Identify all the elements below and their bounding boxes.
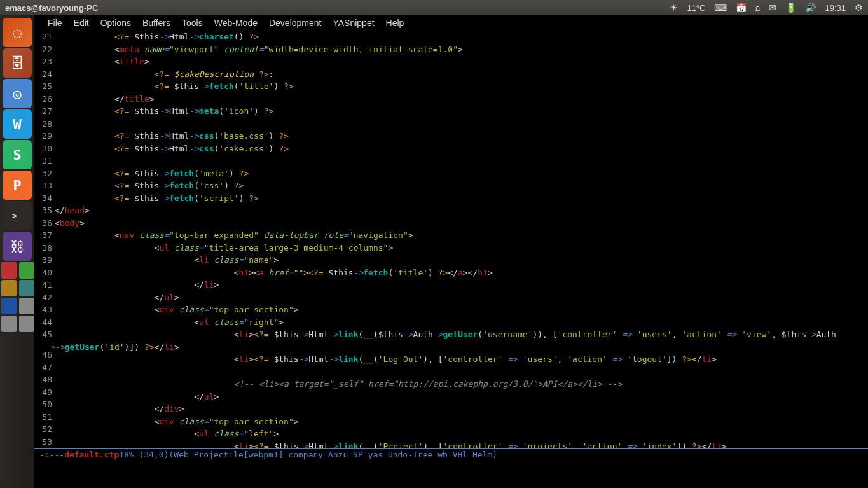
minibuffer[interactable]	[34, 460, 868, 488]
line-number: 41	[34, 279, 52, 291]
code-line[interactable]: <div class="top-bar-section">	[55, 415, 868, 428]
code-line[interactable]: <ul class="left">	[55, 428, 868, 440]
window-titlebar: emacs@favoryoung-PC ☀ 11°C ⌨ 📅 ⩍ ✉ 🔋 🔊 1…	[0, 0, 868, 15]
code-line[interactable]: </title>	[55, 93, 868, 106]
line-number: 48	[34, 373, 52, 386]
code-line[interactable]: <?= $this->fetch('meta') ?>	[55, 167, 868, 180]
line-number: 42	[34, 291, 52, 304]
line-number: 45	[34, 328, 52, 341]
code-text[interactable]: <?= $this->Html->charset() ?> <meta name…	[55, 31, 868, 448]
gear-icon[interactable]: ⚙	[855, 3, 863, 13]
code-line[interactable]: <?= $this->Html->charset() ?>	[55, 31, 868, 43]
line-number: 22	[34, 43, 52, 56]
keyboard-icon[interactable]: ⌨	[714, 3, 727, 13]
line-number: 36	[34, 217, 52, 230]
launcher-terminal[interactable]: >_	[3, 201, 32, 230]
code-line[interactable]: ↪->getUser('id')]) ?></li>	[55, 341, 868, 354]
menu-file[interactable]: File	[42, 18, 68, 28]
code-line[interactable]: </div>	[55, 403, 868, 415]
menu-web-mode[interactable]: Web-Mode	[209, 18, 263, 28]
weather-temp[interactable]: 11°C	[687, 3, 705, 13]
window-title: emacs@favoryoung-PC	[5, 3, 98, 13]
code-line[interactable]: <!-- <li><a target="_self" href="http://…	[55, 378, 868, 391]
code-line[interactable]: <meta name="viewport" content="width=dev…	[55, 43, 868, 56]
code-line[interactable]: <li><?= $this->Html->link(__($this->Auth…	[55, 328, 868, 341]
launcher-wps-p[interactable]: P	[3, 171, 32, 200]
launcher-small-1[interactable]	[1, 262, 17, 279]
volume-icon[interactable]: 🔊	[805, 3, 816, 13]
menu-edit[interactable]: Edit	[68, 18, 95, 28]
menu-yasnippet[interactable]: YASnippet	[327, 18, 380, 28]
code-line[interactable]: <li class="name">	[55, 254, 868, 267]
code-line[interactable]: <ul class="title-area large-3 medium-4 c…	[55, 242, 868, 254]
code-line[interactable]: <?= $this->Html->meta('icon') ?>	[55, 105, 868, 118]
line-number: 35	[34, 204, 52, 217]
modeline-modes: (Web Projectile[webpm1] company Anzu SP …	[169, 450, 498, 459]
line-number: 38	[34, 242, 52, 254]
code-line[interactable]: </ul>	[55, 391, 868, 403]
launcher-small-3[interactable]	[1, 280, 17, 296]
code-line[interactable]: <?= $this->Html->css('cake.css') ?>	[55, 143, 868, 155]
line-number: 39	[34, 254, 52, 267]
launcher-small-7[interactable]	[1, 316, 17, 332]
code-line[interactable]: <li><?= $this->Html->link(__('Log Out'),…	[55, 353, 868, 366]
code-line[interactable]: </head>	[55, 204, 868, 217]
line-number: 46	[34, 349, 52, 361]
menu-options[interactable]: Options	[95, 18, 137, 28]
launcher-dash[interactable]: ◌	[3, 18, 32, 47]
code-line[interactable]: <ul class="right">	[55, 316, 868, 329]
code-line[interactable]	[55, 118, 868, 130]
launcher-chromium[interactable]: ◎	[3, 79, 32, 108]
code-line[interactable]: <div class="top-bar-section">	[55, 303, 868, 316]
code-line[interactable]: <?= $this->fetch('script') ?>	[55, 192, 868, 205]
code-line[interactable]	[55, 155, 868, 167]
line-number: 24	[34, 68, 52, 81]
line-number: 21	[34, 31, 52, 43]
line-number: 44	[34, 316, 52, 329]
menu-development[interactable]: Development	[263, 18, 327, 28]
code-line[interactable]: <nav class="top-bar expanded" data-topba…	[55, 229, 868, 242]
line-number: 52	[34, 423, 52, 436]
mail-icon[interactable]: ✉	[769, 3, 776, 13]
code-line[interactable]: <?= $this->Html->css('base.css') ?>	[55, 130, 868, 143]
code-line[interactable]: <?= $this->fetch('title') ?>	[55, 80, 868, 93]
code-line[interactable]: <?= $cakeDescription ?>:	[55, 68, 868, 81]
launcher-emacs[interactable]: ⛓	[3, 232, 32, 261]
menu-buffers[interactable]: Buffers	[137, 18, 176, 28]
line-number: 51	[34, 411, 52, 424]
code-line[interactable]: </ul>	[55, 291, 868, 304]
menu-help[interactable]: Help	[380, 18, 410, 28]
launcher-files[interactable]: 🗄	[3, 48, 32, 78]
clock[interactable]: 19:31	[825, 3, 846, 13]
line-number: 37	[34, 229, 52, 242]
battery-icon[interactable]: 🔋	[785, 3, 796, 13]
launcher-wps-w[interactable]: W	[3, 109, 32, 139]
launcher-small-5[interactable]	[1, 298, 17, 314]
code-buffer[interactable]: 2122232425262728293031323334353637383940…	[34, 31, 868, 448]
calendar-icon[interactable]: 📅	[736, 3, 747, 13]
line-number: 43	[34, 303, 52, 316]
line-number: 28	[34, 118, 52, 130]
code-line[interactable]: <body>	[55, 217, 868, 230]
wifi-icon[interactable]: ⩍	[755, 3, 760, 13]
line-number: 53	[34, 436, 52, 449]
code-line[interactable]: <title>	[55, 55, 868, 68]
unity-launcher: ◌ 🗄 ◎ W S P >_ ⛓	[0, 15, 34, 488]
line-number: 32	[34, 167, 52, 180]
weather-icon[interactable]: ☀	[670, 3, 678, 13]
line-number: 47	[34, 361, 52, 374]
code-line[interactable]: <h1><a href=""><?= $this->fetch('title')…	[55, 267, 868, 279]
code-line[interactable]	[55, 366, 868, 379]
launcher-small-4[interactable]	[19, 280, 34, 296]
line-number: 33	[34, 179, 52, 192]
code-line[interactable]: <li><?= $this->Html->link(__('Project'),…	[55, 440, 868, 449]
code-line[interactable]: <?= $this->fetch('css') ?>	[55, 179, 868, 192]
menu-tools[interactable]: Tools	[176, 18, 209, 28]
launcher-small-6[interactable]	[19, 298, 34, 314]
launcher-wps-s[interactable]: S	[3, 140, 32, 169]
wrap-arrow-icon: ↪	[51, 341, 55, 354]
line-number: 23	[34, 55, 52, 68]
launcher-small-2[interactable]	[19, 262, 34, 279]
code-line[interactable]: </li>	[55, 279, 868, 291]
launcher-small-8[interactable]	[19, 316, 34, 332]
